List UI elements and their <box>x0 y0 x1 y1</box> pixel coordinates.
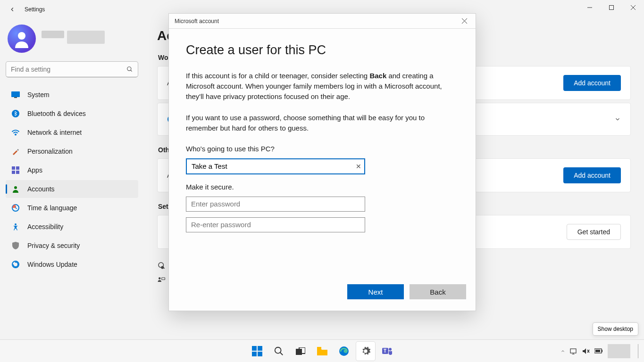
get-started-button[interactable]: Get started <box>567 224 621 240</box>
nav-system[interactable]: System <box>6 86 138 104</box>
svg-rect-46 <box>595 350 600 352</box>
close-button[interactable] <box>622 0 644 15</box>
nav-time[interactable]: Time & language <box>6 199 138 217</box>
nav-update[interactable]: Windows Update <box>6 255 138 273</box>
settings-app[interactable] <box>356 342 375 361</box>
window-title: Settings <box>25 6 45 13</box>
clock-icon <box>11 204 20 212</box>
add-account-button[interactable]: Add account <box>563 75 621 91</box>
shield-icon <box>11 241 20 250</box>
nav-label: Personalization <box>27 148 73 155</box>
svg-rect-13 <box>12 171 15 174</box>
svg-rect-11 <box>12 166 15 170</box>
svg-rect-1 <box>610 6 614 10</box>
tray-battery-icon[interactable] <box>594 348 603 354</box>
text-bold: Back <box>369 72 386 80</box>
nav-label: Privacy & security <box>27 242 80 249</box>
text: If this account is for a child or teenag… <box>186 72 369 80</box>
file-explorer[interactable] <box>313 342 332 361</box>
search-input[interactable] <box>11 66 126 73</box>
svg-point-4 <box>18 32 25 40</box>
wifi-icon <box>11 128 20 137</box>
svg-point-5 <box>127 67 131 71</box>
nav-bluetooth[interactable]: Bluetooth & devices <box>6 105 138 123</box>
nav-label: Accessibility <box>27 223 63 230</box>
modal-create-user: Microsoft account Create a user for this… <box>168 13 476 311</box>
svg-text:T: T <box>383 348 386 354</box>
modal-header-title: Microsoft account <box>175 18 219 25</box>
svg-rect-7 <box>11 91 20 97</box>
svg-rect-39 <box>570 349 576 353</box>
svg-point-30 <box>275 347 281 353</box>
svg-rect-23 <box>162 278 165 280</box>
modal-footer: Next Back <box>169 284 476 311</box>
user-text-placeholder <box>42 31 105 47</box>
svg-point-22 <box>159 277 161 280</box>
nav-accounts[interactable]: Accounts <box>6 180 138 198</box>
feedback-icon[interactable] <box>157 276 166 285</box>
teams-app[interactable]: T <box>378 342 397 361</box>
taskbar: T <box>0 339 644 362</box>
modal-header: Microsoft account <box>169 14 476 29</box>
svg-rect-26 <box>252 346 257 351</box>
svg-rect-8 <box>14 97 17 98</box>
update-icon <box>11 260 20 269</box>
modal-paragraph-2: If you want to use a password, choose so… <box>186 113 459 133</box>
nav-personalization[interactable]: Personalization <box>6 142 138 160</box>
nav-list: System Bluetooth & devices Network & int… <box>6 86 138 273</box>
next-button[interactable]: Next <box>347 284 404 299</box>
svg-rect-14 <box>16 171 19 174</box>
nav-label: Network & internet <box>27 129 82 136</box>
nav-accessibility[interactable]: Accessibility <box>6 218 138 236</box>
username-input[interactable] <box>186 158 365 174</box>
svg-rect-28 <box>252 352 257 356</box>
add-account-button-2[interactable]: Add account <box>563 167 621 183</box>
tray-network-icon[interactable] <box>570 348 577 354</box>
tray-sound-icon[interactable] <box>582 348 590 354</box>
nav-label: Apps <box>27 166 42 174</box>
show-desktop-tooltip: Show desktop <box>593 322 638 336</box>
svg-rect-12 <box>16 166 19 170</box>
tray-chevron-icon[interactable] <box>560 349 565 354</box>
start-button[interactable] <box>248 342 267 361</box>
system-icon <box>11 90 20 99</box>
bluetooth-icon <box>11 109 20 118</box>
task-view[interactable] <box>291 342 310 361</box>
svg-rect-34 <box>317 347 321 349</box>
taskbar-center: T <box>248 342 397 361</box>
back-button[interactable] <box>6 3 19 16</box>
svg-rect-45 <box>602 350 602 352</box>
clear-input-button[interactable]: ✕ <box>356 163 361 170</box>
password-label: Make it secure. <box>186 183 459 191</box>
svg-rect-27 <box>258 346 262 351</box>
username-field-wrap: ✕ <box>186 158 365 174</box>
username-label: Who's going to use this PC? <box>186 145 459 153</box>
nav-label: Time & language <box>27 204 77 212</box>
modal-close-button[interactable] <box>459 16 470 27</box>
nav-network[interactable]: Network & internet <box>6 123 138 141</box>
maximize-button[interactable] <box>601 0 622 15</box>
password-input[interactable] <box>186 197 365 212</box>
svg-point-15 <box>14 186 17 189</box>
svg-rect-29 <box>258 352 262 356</box>
svg-point-17 <box>15 223 17 225</box>
nav-label: Accounts <box>27 185 55 193</box>
taskbar-right <box>560 344 639 358</box>
tray-clock-placeholder[interactable] <box>608 344 630 358</box>
show-desktop-edge[interactable] <box>638 344 639 358</box>
sidebar: System Bluetooth & devices Network & int… <box>0 19 144 362</box>
svg-point-38 <box>389 348 392 351</box>
password-confirm-input[interactable] <box>186 217 365 232</box>
search-box[interactable] <box>6 61 138 77</box>
apps-icon <box>11 166 20 174</box>
nav-privacy[interactable]: Privacy & security <box>6 237 138 255</box>
help-icon[interactable] <box>157 261 166 270</box>
edge-browser[interactable] <box>335 342 353 361</box>
nav-apps[interactable]: Apps <box>6 161 138 179</box>
user-profile[interactable] <box>8 25 136 53</box>
svg-point-21 <box>161 266 164 269</box>
modal-paragraph-1: If this account is for a child or teenag… <box>186 71 459 101</box>
back-button[interactable]: Back <box>410 284 466 299</box>
minimize-button[interactable] <box>579 0 601 15</box>
taskbar-search[interactable] <box>269 342 288 361</box>
